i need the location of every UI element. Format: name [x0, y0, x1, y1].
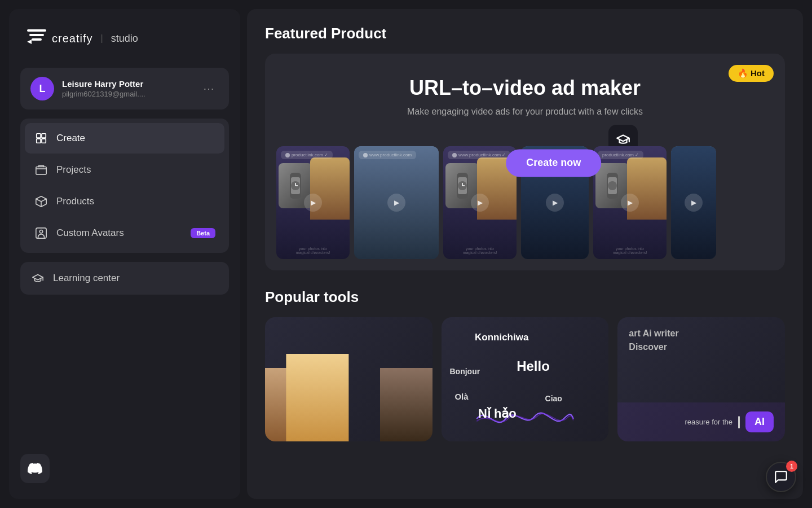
avatar-faces: [265, 317, 433, 441]
voice-word-ciao: Ciao: [545, 394, 562, 403]
voice-word-ola: Olà: [454, 392, 468, 401]
user-more-button[interactable]: ⋯: [198, 80, 219, 98]
svg-rect-4: [37, 134, 41, 138]
sidebar: creatify | studio L Leisure Harry Potter…: [9, 9, 240, 499]
svg-marker-3: [27, 40, 32, 44]
learning-center-label: Learning center: [53, 273, 120, 284]
svg-rect-5: [42, 134, 46, 138]
voice-word-bonjour: Bonjour: [449, 367, 480, 376]
featured-header: URL–to–video ad maker Make engaging vide…: [276, 76, 774, 117]
discover-label: Discover: [629, 342, 774, 352]
video-preview-2: www.productlink.com ▶: [354, 146, 439, 259]
chat-fab-button[interactable]: 1: [766, 462, 796, 492]
text-cursor: [738, 416, 740, 428]
play-button-3[interactable]: ▶: [471, 194, 489, 212]
play-button-5[interactable]: ▶: [621, 194, 639, 212]
beta-badge: Beta: [191, 228, 215, 238]
discord-button[interactable]: [20, 454, 50, 483]
sidebar-item-create[interactable]: Create: [25, 123, 224, 154]
svg-rect-2: [32, 38, 42, 41]
photo-text-3: your photos intomagical characters!: [448, 247, 512, 255]
svg-point-23: [452, 153, 457, 157]
learning-center-item[interactable]: Learning center: [20, 262, 229, 295]
sidebar-item-products-label: Products: [56, 196, 94, 207]
create-now-button[interactable]: Create now: [506, 149, 601, 177]
chat-badge: 1: [786, 461, 797, 472]
play-button-2[interactable]: ▶: [387, 194, 405, 212]
main-content: Featured Product 🔥 Hot URL–to–video ad m…: [247, 9, 803, 499]
avatars-icon: [34, 226, 48, 240]
url-bar-3: www.productlink.com ✓: [448, 151, 510, 159]
sidebar-item-create-label: Create: [56, 133, 85, 144]
svg-point-16: [285, 153, 290, 157]
user-info: Leisure Harry Potter pilgrim6021319@gmai…: [62, 79, 191, 98]
featured-title: URL–to–video ad maker: [276, 76, 774, 100]
sidebar-item-custom-avatars[interactable]: Custom Avatars Beta: [25, 218, 224, 248]
logo-icon: [27, 29, 46, 47]
popular-tools-grid: Konnichiwa Bonjour Hello Olà Ciao Nǐ hǎo…: [265, 317, 785, 441]
nav-section: Create Projects Products Custom Avatars …: [20, 119, 229, 253]
logo-area: creatify | studio: [20, 25, 229, 59]
avatar-face-3: [380, 368, 433, 441]
ai-writer-tool-card[interactable]: art Ai writer Discover reasure for the A…: [617, 317, 785, 441]
user-email: pilgrim6021319@gmail....: [62, 90, 191, 98]
sidebar-item-projects-label: Projects: [56, 164, 91, 176]
video-preview-5: productlink.com ✓ ▶ your photos intomagi…: [593, 146, 667, 259]
video-preview-1: productlink.com ✓ ▶ your photos intomagi…: [276, 146, 350, 259]
svg-point-10: [39, 230, 43, 234]
photo-text-1: your photos intomagical characters!: [281, 247, 345, 255]
ai-text-preview: reasure for the: [685, 418, 732, 426]
url-bar-5: productlink.com ✓: [598, 151, 643, 159]
brand-name: creatify: [52, 32, 92, 45]
play-button-4[interactable]: ▶: [546, 194, 564, 212]
svg-rect-8: [36, 167, 46, 175]
photo-text-5: your photos intomagical characters!: [598, 247, 662, 255]
voice-word-konnichiwa: Konnichiwa: [475, 332, 528, 343]
sidebar-item-projects[interactable]: Projects: [25, 155, 224, 185]
create-icon: [34, 131, 48, 146]
products-icon: [34, 194, 48, 209]
svg-point-17: [363, 153, 368, 157]
sidebar-item-custom-avatars-label: Custom Avatars: [56, 227, 124, 239]
popular-tools-title: Popular tools: [265, 288, 785, 306]
play-button-6[interactable]: ▶: [685, 194, 703, 212]
learning-icon: [30, 271, 45, 286]
featured-subtitle: Make engaging video ads for your product…: [276, 107, 774, 117]
avatar-face-2: [286, 354, 348, 441]
user-name: Leisure Harry Potter: [62, 79, 191, 89]
voice-tool-card[interactable]: Konnichiwa Bonjour Hello Olà Ciao Nǐ hǎo: [442, 317, 609, 441]
svg-rect-7: [42, 139, 46, 143]
user-card[interactable]: L Leisure Harry Potter pilgrim6021319@gm…: [20, 68, 229, 110]
svg-rect-6: [37, 139, 41, 143]
voice-word-nihao: Nǐ hǎo: [478, 406, 517, 421]
url-bar-1: productlink.com ✓: [281, 151, 333, 159]
svg-rect-1: [29, 34, 44, 36]
voice-word-hello: Hello: [517, 358, 550, 374]
ai-writer-label: art Ai writer: [629, 329, 774, 339]
hot-badge: 🔥 Hot: [729, 65, 774, 82]
avatar-tool-card[interactable]: [265, 317, 433, 441]
logo-studio: studio: [111, 33, 138, 45]
url-bar-2: www.productlink.com: [359, 151, 416, 159]
logo-divider: |: [100, 33, 103, 43]
ai-writer-top: art Ai writer Discover: [617, 317, 785, 352]
ai-writer-bottom: reasure for the AI: [617, 402, 785, 441]
svg-rect-0: [27, 29, 46, 32]
projects-icon: [34, 163, 48, 177]
featured-section-title: Featured Product: [265, 25, 785, 42]
play-button-1[interactable]: ▶: [304, 194, 322, 212]
video-preview-6: ▶: [671, 146, 716, 259]
featured-card: 🔥 Hot URL–to–video ad maker Make engagin…: [265, 54, 785, 270]
avatar: L: [30, 77, 54, 100]
ai-badge: AI: [745, 411, 774, 432]
sidebar-item-products[interactable]: Products: [25, 186, 224, 217]
